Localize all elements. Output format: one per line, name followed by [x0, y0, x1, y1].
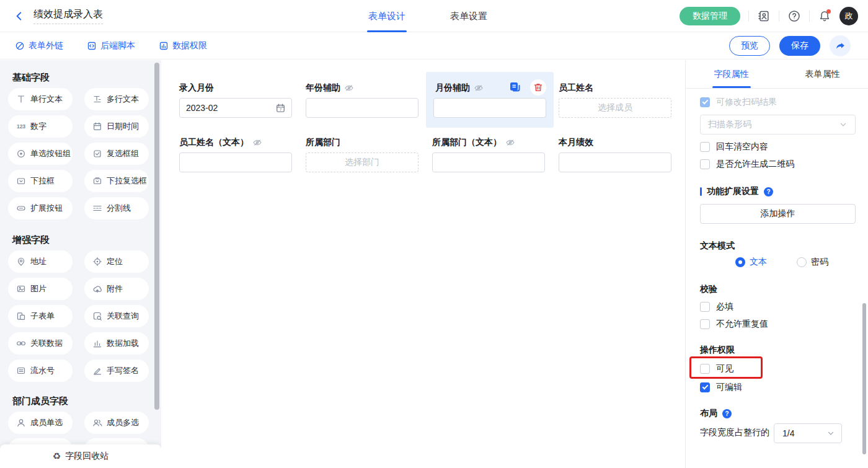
text-input[interactable] — [306, 98, 418, 118]
field-item-linked-query[interactable]: 关联查询 — [84, 305, 149, 327]
field-item-image[interactable]: 图片 — [8, 278, 73, 300]
field-item-divider-line[interactable]: 分割线 — [84, 197, 149, 219]
field-department[interactable]: 所属部门 选择部门 — [306, 136, 418, 172]
extension-help-icon[interactable]: ? — [764, 187, 773, 196]
text-input[interactable] — [433, 98, 546, 118]
editable-checkbox[interactable] — [700, 382, 710, 392]
data-load-icon — [92, 338, 102, 348]
radio-text[interactable]: 文本 — [735, 256, 767, 268]
field-item-multi-dropdown[interactable]: 下拉复选框 — [84, 170, 149, 192]
help-icon[interactable] — [787, 9, 801, 23]
active-tab-underline — [712, 86, 751, 88]
scan-type-select[interactable]: 扫描条形码 — [700, 115, 856, 135]
field-item-data-load[interactable]: 数据加载 — [84, 332, 149, 355]
link-icon — [15, 41, 25, 51]
form-canvas[interactable]: 录入月份 2023-02 7 年份辅助 月份辅助 — [161, 60, 685, 468]
field-department-text[interactable]: 所属部门（文本） — [432, 136, 545, 172]
field-item-label: 数字 — [30, 121, 46, 132]
panel-scrollbar[interactable] — [862, 303, 866, 454]
sidebar-scrollbar[interactable] — [154, 63, 159, 410]
radio-group-icon — [16, 149, 26, 159]
field-item-extend-button[interactable]: 扩展按钮 — [8, 197, 73, 219]
field-item-location[interactable]: 定位 — [84, 250, 149, 273]
field-item-linked-data[interactable]: 关联数据 — [8, 332, 73, 355]
checkbox-row-allow-qrcode: 是否允许生成二维码 — [700, 158, 856, 170]
field-item-checkbox-group[interactable]: 复选框组 — [84, 143, 149, 165]
field-item-subform[interactable]: 子表单 — [8, 305, 73, 327]
properties-panel: 字段属性 表单属性 可修改扫码结果 扫描条形码 回车清空内容 是否允许生成二维码… — [685, 60, 868, 468]
section-title-enhanced-fields: 增强字段 — [12, 234, 161, 246]
field-item-radio-group[interactable]: 单选按钮组 — [8, 143, 73, 165]
layout-help-icon[interactable]: ? — [722, 409, 732, 418]
no-duplicate-checkbox[interactable] — [700, 319, 710, 329]
field-year-helper[interactable]: 年份辅助 — [306, 82, 418, 118]
divider — [748, 11, 749, 22]
field-item-member-multi[interactable]: 成员多选 — [84, 412, 149, 434]
field-employee-name[interactable]: 员工姓名 选择成员 — [559, 82, 671, 118]
tab-form-properties[interactable]: 表单属性 — [777, 60, 868, 88]
back-button[interactable] — [14, 11, 25, 22]
notification-bell-icon[interactable] — [818, 9, 831, 23]
department-picker[interactable]: 选择部门 — [306, 152, 418, 172]
selected-field-month-helper[interactable]: 月份辅助 — [426, 72, 554, 128]
field-item-signature[interactable]: 手写签名 — [84, 360, 149, 382]
field-item-member-single[interactable]: 成员单选 — [8, 412, 73, 434]
field-month-performance[interactable]: 本月绩效 — [559, 136, 671, 172]
visible-checkbox[interactable] — [700, 364, 710, 374]
form-title[interactable]: 绩效提成录入表 — [33, 8, 103, 24]
field-item-label: 流水号 — [30, 365, 55, 376]
field-item-dropdown[interactable]: 下拉框 — [8, 170, 73, 192]
tab-field-properties[interactable]: 字段属性 — [686, 60, 777, 88]
field-item-single-line-text[interactable]: 单行文本 — [8, 88, 73, 110]
external-link-button[interactable]: 表单外链 — [15, 40, 63, 51]
radio-password[interactable]: 密码 — [797, 256, 828, 268]
preview-button[interactable]: 预览 — [729, 36, 770, 56]
field-item-label: 成员单选 — [30, 417, 63, 428]
field-item-serial-number[interactable]: 流水号 — [8, 360, 73, 382]
contacts-icon[interactable] — [757, 9, 771, 23]
form-designer-app: 绩效提成录入表 表单设计 表单设置 数据管理 政 — [0, 0, 868, 468]
scan-result-checkbox[interactable] — [700, 97, 710, 107]
share-button[interactable] — [830, 35, 851, 56]
field-item-multi-line-text[interactable]: 多行文本 — [84, 88, 149, 110]
field-item-number[interactable]: 123数字 — [8, 115, 73, 138]
allow-qrcode-checkbox[interactable] — [700, 159, 710, 169]
share-icon — [835, 40, 846, 51]
copy-icon — [508, 81, 521, 94]
save-button[interactable]: 保存 — [779, 36, 820, 56]
backend-script-button[interactable]: 后端脚本 — [87, 40, 135, 51]
required-checkbox[interactable] — [700, 302, 710, 312]
date-input[interactable]: 2023-02 7 — [179, 98, 292, 118]
text-input[interactable] — [179, 152, 292, 172]
add-action-button[interactable]: 添加操作 — [700, 204, 856, 224]
field-item-datetime[interactable]: 日期时间 — [84, 115, 149, 138]
field-width-select[interactable]: 1/4 — [774, 423, 842, 443]
divider — [779, 11, 779, 22]
field-item-attachment[interactable]: 附件 — [84, 278, 149, 300]
field-item-address[interactable]: 地址 — [8, 250, 73, 273]
field-item-label: 附件 — [107, 283, 123, 294]
field-recycle-bin-button[interactable]: ♻ 字段回收站 — [0, 444, 161, 468]
clear-on-enter-checkbox[interactable] — [700, 142, 710, 152]
delete-field-button[interactable] — [530, 79, 546, 95]
member-picker[interactable]: 选择成员 — [559, 98, 671, 118]
tab-form-settings[interactable]: 表单设置 — [450, 0, 487, 32]
field-item-label: 分割线 — [107, 203, 131, 214]
trash-icon — [533, 82, 543, 92]
data-manage-button[interactable]: 数据管理 — [680, 7, 740, 25]
data-permission-button[interactable]: 数据权限 — [159, 40, 207, 51]
checkbox-row-no-duplicate: 不允许重复值 — [700, 318, 856, 330]
section-title-member-fields: 部门成员字段 — [12, 395, 161, 407]
copy-field-button[interactable] — [507, 79, 523, 95]
field-item-label: 日期时间 — [107, 121, 139, 132]
field-item-label: 关联查询 — [107, 311, 139, 322]
checkbox-row-visible: 可见 — [700, 363, 856, 375]
location-icon — [92, 257, 102, 267]
notification-dot — [826, 9, 831, 14]
field-employee-name-text[interactable]: 员工姓名（文本） — [179, 136, 292, 172]
tab-form-design[interactable]: 表单设计 — [368, 0, 405, 32]
field-entry-month[interactable]: 录入月份 2023-02 7 — [179, 82, 292, 118]
avatar[interactable]: 政 — [839, 7, 858, 25]
text-input[interactable] — [559, 152, 671, 172]
text-input[interactable] — [432, 152, 545, 172]
